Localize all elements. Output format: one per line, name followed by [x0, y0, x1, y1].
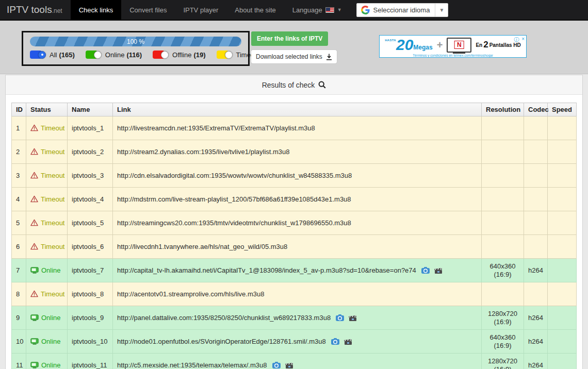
cell-id: 6 — [12, 235, 26, 259]
filter-radio[interactable] — [38, 51, 46, 59]
warning-triangle-icon — [30, 172, 38, 179]
clapperboard-icon[interactable] — [285, 362, 293, 368]
status-label: Online — [41, 361, 61, 369]
ad-info-icon[interactable]: ⓘ — [514, 36, 519, 43]
translate-label: Seleccionar idioma — [373, 6, 430, 14]
cell-status: Online — [26, 354, 68, 369]
results-table: ID Status Name Link Resolution Codec Spe… — [11, 103, 577, 369]
google-g-icon — [361, 6, 370, 14]
table-row: 2Timeoutiptvtools_2http://stream2.dynali… — [12, 140, 577, 164]
site-logo[interactable]: IPTV tools.net — [0, 4, 71, 15]
clapperboard-icon[interactable] — [344, 338, 352, 345]
col-header-id[interactable]: ID — [12, 103, 26, 116]
nav-item-about[interactable]: About the site — [226, 0, 284, 20]
nav-item-language[interactable]: Language ▼ — [284, 0, 350, 20]
nav-item-iptv-player[interactable]: IPTV player — [175, 0, 226, 20]
status-label: Online — [41, 314, 61, 322]
ad-number: 20 — [396, 37, 413, 53]
cell-status: Timeout — [26, 282, 68, 306]
status-label: Online — [41, 266, 61, 274]
cell-link: http://capital_tv-lh.akamaihd.net/i/Capi… — [113, 259, 482, 282]
warning-triangle-icon — [30, 195, 38, 203]
progress-bar: 100 % — [30, 37, 241, 46]
nav-item-check-links[interactable]: Check links — [71, 0, 121, 20]
camera-icon[interactable] — [331, 338, 339, 345]
toolbar-band: 100 % All(165)Online(116)Offline(19)Time… — [0, 21, 588, 74]
cell-speed — [548, 235, 577, 259]
cell-resolution — [482, 282, 524, 306]
results-table-wrap: ID Status Name Link Resolution Codec Spe… — [6, 95, 582, 369]
filter-radio[interactable] — [161, 51, 169, 59]
nav-item-convert-files[interactable]: Convert files — [121, 0, 175, 20]
cell-codec — [524, 282, 548, 306]
stream-url: http://livestreamcdn.net:1935/ExtremaTV/… — [117, 124, 315, 132]
status-label: Timeout — [41, 219, 64, 227]
ad-megas-label: Megas — [413, 44, 432, 51]
camera-icon[interactable] — [421, 267, 430, 274]
cell-speed — [548, 306, 577, 330]
google-translate-select[interactable]: Seleccionar idioma ▼ — [356, 3, 449, 17]
ad-megas-offer: HASTA 20 Megas — [385, 37, 432, 53]
col-header-status[interactable]: Status — [26, 103, 68, 116]
warning-triangle-icon — [30, 243, 38, 250]
cell-name: iptvtools_11 — [68, 354, 113, 369]
status-label: Timeout — [41, 124, 64, 132]
table-row: 10Onlineiptvtools_10http://node01.openfu… — [12, 330, 577, 354]
cell-link: http://c5.mexside.net:1935/telemax/telem… — [113, 354, 482, 369]
translate-dropdown-arrow[interactable]: ▼ — [435, 4, 448, 16]
camera-icon[interactable] — [272, 362, 281, 368]
cell-name: iptvtools_6 — [68, 235, 113, 259]
cell-link: http://panel.dattalive.com:1935/8250/825… — [113, 306, 482, 330]
col-header-speed[interactable]: Speed — [548, 103, 577, 116]
status-label: Timeout — [41, 148, 64, 156]
stream-url: http://node01.openfutbol.es/SVoriginOper… — [117, 338, 326, 345]
stream-url: http://stream2.dynalias.com:1935/live/tv… — [117, 148, 290, 156]
warning-triangle-icon — [30, 219, 38, 227]
cell-codec: h264 — [524, 354, 548, 369]
cell-id: 3 — [12, 164, 26, 188]
col-header-name[interactable]: Name — [68, 103, 113, 116]
filter-offline[interactable]: Offline(19) — [153, 51, 205, 59]
nav-item-label: Check links — [79, 6, 113, 14]
warning-triangle-icon — [30, 148, 38, 156]
status-label: Timeout — [41, 243, 64, 250]
cell-link: http://livestreamcdn.net:1935/ExtremaTV/… — [113, 116, 482, 140]
camera-icon[interactable] — [336, 314, 344, 321]
nav-item-label: Convert files — [129, 6, 167, 14]
warning-triangle-icon — [30, 124, 38, 132]
download-selected-button[interactable]: Download selected links — [251, 50, 337, 63]
ad-banner[interactable]: HASTA 20 Megas + N En 2 Pantallas HD ⓘ ×… — [379, 35, 527, 58]
cell-codec — [524, 140, 548, 164]
cell-status: Timeout — [26, 235, 68, 259]
col-header-link[interactable]: Link — [113, 103, 482, 116]
ad-plus-sign: + — [437, 39, 443, 51]
search-icon[interactable] — [318, 81, 326, 89]
filter-count: (19) — [193, 51, 205, 59]
cell-resolution — [482, 211, 524, 235]
cell-codec — [524, 211, 548, 235]
cell-id: 10 — [12, 330, 26, 354]
col-header-codec[interactable]: Codec — [524, 103, 548, 116]
filter-online[interactable]: Online(116) — [86, 51, 142, 59]
filter-radio[interactable] — [94, 51, 102, 59]
filter-all[interactable]: All(165) — [30, 51, 75, 59]
progress-label: 100 % — [127, 38, 144, 45]
status-label: Timeout — [41, 290, 64, 298]
ad-tv-icon: N — [447, 38, 471, 53]
check-progress-box: 100 % All(165)Online(116)Offline(19)Time… — [22, 31, 250, 66]
cell-name: iptvtools_2 — [68, 140, 113, 164]
clapperboard-icon[interactable] — [434, 267, 442, 274]
stream-url: http://panel.dattalive.com:1935/8250/825… — [117, 314, 331, 322]
filter-radio[interactable] — [225, 51, 233, 59]
enter-links-button[interactable]: Enter the links of IPTV — [251, 31, 328, 46]
cell-speed — [548, 354, 577, 369]
col-header-resolution[interactable]: Resolution — [482, 103, 524, 116]
netflix-n-icon: N — [454, 41, 464, 49]
clapperboard-icon[interactable] — [349, 314, 356, 321]
results-header: Results of check — [6, 75, 582, 95]
cell-speed — [548, 116, 577, 140]
ad-close-icon[interactable]: × — [521, 36, 525, 43]
nav-item-label: Language — [292, 6, 322, 14]
table-row: 5Timeoutiptvtools_5http://streamingcws20… — [12, 211, 577, 235]
warning-triangle-icon — [30, 290, 38, 298]
